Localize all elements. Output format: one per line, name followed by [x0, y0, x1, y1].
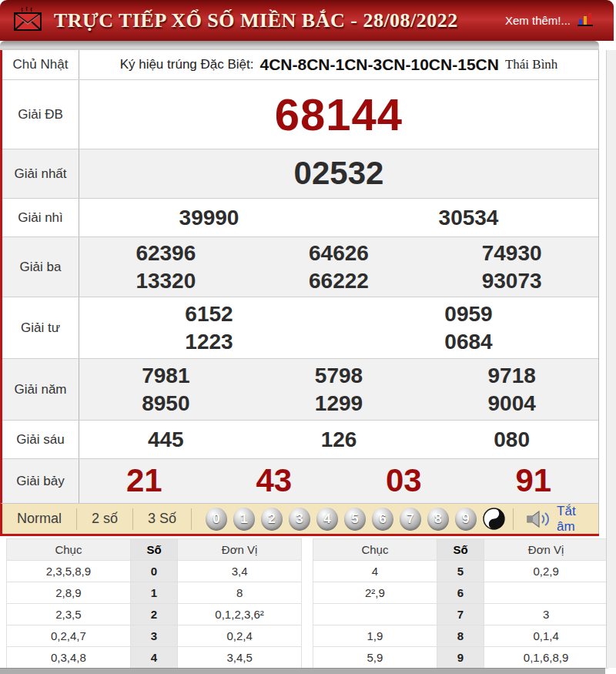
digit-ball-5[interactable]: 5: [344, 508, 366, 531]
digit-cell: 8: [437, 625, 484, 647]
units-cell: 0,1,2,3,6²: [178, 604, 302, 625]
prize-row-special: Giải ĐB 68144: [2, 79, 598, 149]
digit-ball-7[interactable]: 7: [400, 508, 421, 531]
digit-cell: 6: [437, 582, 484, 604]
units-cell: 0,1,4: [484, 625, 608, 647]
prize-number: 7981: [142, 363, 189, 389]
table-row: 2,3,5 2 0,1,2,3,6²: [7, 604, 302, 625]
prize-number: 30534: [439, 205, 499, 231]
draw-day: Chủ Nhật: [2, 50, 79, 79]
prize-number: 21: [126, 461, 162, 500]
prize-number: 1299: [315, 391, 363, 417]
table-row: 2²,9 6: [313, 582, 608, 604]
tens-cell: 2,3,5: [7, 604, 131, 625]
units-cell: 0,2,4: [178, 625, 302, 647]
units-cell: 8: [178, 582, 302, 604]
prize-label: Giải ĐB: [2, 80, 79, 149]
prize-row-seventh: Giải bảy 21 43 03 91: [2, 458, 598, 503]
digit-ball-0[interactable]: 0: [206, 508, 227, 531]
prize-row-sixth: Giải sáu 445 126 080: [2, 420, 598, 458]
units-cell: [484, 582, 608, 604]
tens-cell: 0,3,4,8: [7, 647, 131, 669]
new-mail-icon[interactable]: [12, 6, 43, 35]
table-row: 4 5 0,2,9: [313, 561, 608, 582]
prize-number: 0684: [444, 329, 492, 355]
prize-number: 62396: [136, 240, 196, 267]
mode-normal[interactable]: Normal: [10, 511, 69, 527]
prize-number: 6152: [185, 301, 233, 327]
prize-number: 43: [256, 461, 292, 500]
col-header-tens: Chục: [7, 539, 131, 561]
see-more-link[interactable]: Xem thêm!...: [505, 14, 571, 27]
prize-row-fifth: Giải năm 7981 5798 9718 8950 1299 9004: [2, 358, 598, 420]
special-symbols: 4CN-8CN-1CN-3CN-10CN-15CN: [260, 55, 499, 74]
page-title: TRỰC TIẾP XỔ SỐ MIỀN BẮC - 28/08/2022: [54, 9, 458, 32]
digit-cell: 2: [130, 604, 177, 625]
prize-number: 93073: [482, 268, 542, 294]
header-bar: TRỰC TIẾP XỔ SỐ MIỀN BẮC - 28/08/2022 Xe…: [0, 0, 614, 41]
tens-cell: 2²,9: [313, 582, 437, 604]
prize-number: 9004: [488, 391, 536, 417]
mute-button[interactable]: Tắt âm: [526, 504, 591, 535]
prize-number: 91: [515, 461, 551, 500]
draw-info-row: Chủ Nhật Ký hiệu trúng Đặc Biệt: 4CN-8CN…: [2, 50, 598, 79]
col-header-digit: Số: [130, 539, 177, 561]
table-row: 2,8,9 1 8: [7, 582, 302, 604]
speaker-icon: [526, 510, 552, 528]
prize-number: 1223: [185, 329, 233, 355]
prize-number: 13320: [136, 268, 196, 294]
prize-number: 445: [148, 427, 184, 453]
prize-number: 5798: [315, 363, 363, 389]
prize-row-first: Giải nhất 02532: [2, 149, 598, 198]
table-row: 0,2,4,7 3 0,2,4: [7, 625, 302, 647]
col-header-units: Đơn Vị: [178, 539, 302, 561]
prize-row-second: Giải nhì 39990 30534: [2, 198, 598, 236]
toolbar: Normal 2 số 3 Số 0 1 2 3 4 5 6 7 8 9: [0, 503, 599, 534]
digit-ball-9[interactable]: 9: [455, 508, 477, 531]
units-cell: 0,1,6,8,9: [484, 647, 608, 669]
prize-number: 66222: [309, 268, 369, 294]
mode-3-digits[interactable]: 3 Số: [141, 511, 183, 527]
vertical-scrollbar[interactable]: [606, 50, 616, 668]
tens-cell: 2,3,5,8,9: [7, 561, 131, 582]
prize-number: 0959: [444, 301, 492, 327]
prize-number: 8950: [142, 391, 189, 417]
results-table: Chủ Nhật Ký hiệu trúng Đặc Biệt: 4CN-8CN…: [0, 50, 599, 503]
prize-number: 02532: [294, 154, 384, 193]
digit-ball-8[interactable]: 8: [427, 508, 449, 531]
prize-number: 126: [321, 427, 357, 453]
prize-number: 03: [386, 461, 422, 500]
prize-number: 64626: [309, 240, 369, 267]
toolbar-divider: [191, 508, 192, 530]
digit-table-left: Chục Số Đơn Vị 2,3,5,8,9 0 3,4 2,8,9 1 8…: [6, 538, 302, 669]
digit-table-right: Chục Số Đơn Vị 4 5 0,2,9 2²,9 6 7 3: [313, 538, 608, 669]
table-row: 7 3: [313, 604, 608, 625]
prize-label: Giải sáu: [2, 421, 79, 458]
table-row: 1,9 8 0,1,4: [313, 625, 608, 647]
toolbar-divider: [132, 508, 133, 530]
prize-number: 080: [494, 427, 530, 453]
table-row: 2,3,5,8,9 0 3,4: [7, 561, 302, 582]
prize-label: Giải bảy: [2, 459, 79, 503]
digit-cell: 5: [437, 561, 484, 582]
mode-2-digits[interactable]: 2 số: [85, 511, 125, 527]
bar-chart-icon[interactable]: [577, 11, 594, 31]
digit-cell: 4: [130, 647, 177, 669]
digit-ball-1[interactable]: 1: [233, 508, 255, 531]
digit-ball-4[interactable]: 4: [316, 508, 338, 531]
digit-cell: 0: [130, 561, 177, 582]
digit-ball-3[interactable]: 3: [289, 508, 310, 531]
yin-yang-icon[interactable]: [483, 508, 505, 530]
col-header-units: Đơn Vị: [484, 539, 608, 561]
digit-cell: 9: [437, 647, 484, 669]
toolbar-divider: [76, 508, 77, 530]
digit-ball-6[interactable]: 6: [372, 508, 393, 531]
horizontal-scrollbar[interactable]: [0, 668, 605, 674]
prize-number: 68144: [275, 88, 403, 142]
tens-cell: [313, 604, 437, 625]
digit-ball-2[interactable]: 2: [261, 508, 283, 531]
prize-label: Giải nhì: [2, 199, 79, 236]
prize-label: Giải năm: [2, 359, 79, 420]
digit-cell: 3: [130, 625, 177, 647]
digit-cell: 7: [437, 604, 484, 625]
